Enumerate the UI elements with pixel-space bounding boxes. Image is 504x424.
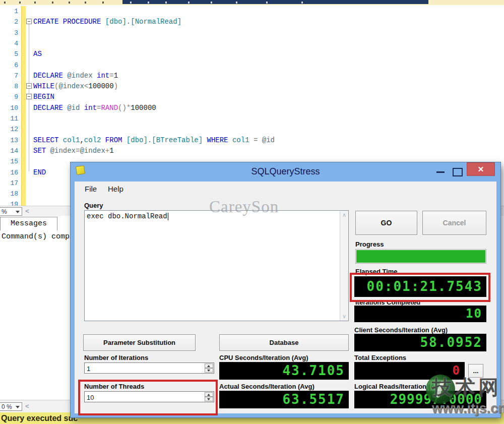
triangle-down-icon <box>207 370 210 372</box>
query-textarea[interactable]: exec dbo.NormalRead ∧ ∨ <box>84 210 349 321</box>
maximize-button[interactable] <box>453 168 463 176</box>
total-exceptions-label: Total Exceptions <box>354 354 406 361</box>
line-number: 14 <box>1 146 18 156</box>
code-line: DECLARE @index int=1 <box>33 71 118 81</box>
line-number: 19 <box>1 199 18 206</box>
line-number: 12 <box>1 124 18 135</box>
progress-fill <box>356 250 485 263</box>
line-number: 15 <box>1 156 18 167</box>
chevron-down-icon <box>16 211 20 213</box>
line-number: 9 <box>1 92 18 102</box>
number-of-iterations-label: Number of Iterations <box>84 354 148 361</box>
line-number: 18 <box>1 189 18 199</box>
annotation-box-elapsed-time <box>350 273 490 302</box>
spin-up-button[interactable] <box>205 364 213 368</box>
status-text: Query executed suc <box>1 414 78 423</box>
cpu-seconds-label: CPU Seconds/Iteration (Avg) <box>219 354 308 361</box>
toolbar-strip-dark-segment <box>122 0 428 4</box>
scroll-up-icon[interactable]: ∧ <box>340 212 348 218</box>
fold-toggle[interactable]: − <box>26 83 32 89</box>
code-line: AS <box>33 49 42 59</box>
editor-zoom-select[interactable]: % <box>0 207 22 216</box>
code-line: END <box>33 167 46 178</box>
toolbar-strip-glyphs <box>4 2 6 4</box>
chevron-down-icon <box>16 406 20 408</box>
tab-messages[interactable]: Messages <box>0 217 57 230</box>
minimize-button[interactable] <box>436 171 445 173</box>
iterations-input[interactable] <box>85 363 204 374</box>
site-watermark: 技术网 www.itjs.cn <box>411 370 504 424</box>
cpu-seconds-display: 43.7105 <box>219 362 349 380</box>
text-caret <box>168 213 168 220</box>
screen: 12345678910111213141516171819 −−− CREATE… <box>0 0 504 424</box>
pane-zoom-value: 0 % <box>2 403 12 410</box>
go-button[interactable]: GO <box>355 211 417 235</box>
careyson-watermark: CareySon <box>209 198 279 216</box>
code-line: SELECT col1,col2 FROM [dbo].[BTreeTable]… <box>33 135 275 146</box>
fold-toggle[interactable]: − <box>26 19 32 24</box>
fold-toggle[interactable]: − <box>26 94 32 99</box>
line-number: 3 <box>1 28 18 38</box>
line-number: 17 <box>1 178 18 189</box>
hscroll-left-arrow-icon[interactable]: < <box>25 208 29 215</box>
client-seconds-display: 58.0952 <box>354 334 486 351</box>
query-text: exec dbo.NormalRead <box>87 212 167 220</box>
close-button[interactable]: ✕ <box>467 162 495 176</box>
menu-file[interactable]: File <box>85 185 97 193</box>
toolbar-strip <box>0 0 504 5</box>
line-number: 7 <box>1 71 18 81</box>
site-watermark-url: www.itjs.cn <box>432 401 504 416</box>
actual-seconds-display: 63.5517 <box>219 391 349 408</box>
editor-zoom-value: % <box>2 208 7 215</box>
query-scrollbar[interactable]: ∧ ∨ <box>340 211 348 321</box>
site-watermark-name: 技术网 <box>432 374 501 401</box>
query-label: Query <box>84 202 103 209</box>
changed-lines-bar <box>21 6 26 206</box>
line-number-gutter: 12345678910111213141516171819 <box>0 5 20 206</box>
menu-help[interactable]: Help <box>108 185 123 193</box>
line-number: 13 <box>1 135 18 146</box>
code-line: SET @index=@index+1 <box>33 146 114 156</box>
annotation-box-number-of-threads <box>78 380 218 415</box>
line-number: 5 <box>1 49 18 59</box>
line-number: 1 <box>1 6 18 17</box>
iterations-completed-display: 10 <box>354 306 486 322</box>
hscroll-left-arrow-icon[interactable]: < <box>25 403 29 410</box>
actual-seconds-label: Actual Seconds/Iteration (Avg) <box>219 383 314 390</box>
cancel-button[interactable]: Cancel <box>422 211 486 235</box>
messages-output-text: Command(s) comple <box>2 232 79 241</box>
line-number: 6 <box>1 60 18 71</box>
code-line: CREATE PROCEDURE [dbo].[NormalRead] <box>33 17 181 27</box>
code-line: DECLARE @id int=RAND()*100000 <box>33 103 156 113</box>
line-number: 4 <box>1 38 18 49</box>
client-seconds-label: Client Seconds/Iteration (Avg) <box>354 326 448 334</box>
line-number: 2 <box>1 17 18 27</box>
line-number: 10 <box>1 103 18 113</box>
scroll-down-icon[interactable]: ∨ <box>340 313 348 320</box>
spin-down-button[interactable] <box>205 368 213 373</box>
line-number: 8 <box>1 81 18 92</box>
parameter-substitution-button[interactable]: Parameter Substitution <box>83 334 196 351</box>
line-number: 11 <box>1 113 18 124</box>
line-number: 16 <box>1 167 18 178</box>
code-line: WHILE(@index<100000) <box>33 81 118 92</box>
iterations-stepper[interactable] <box>84 362 214 374</box>
progress-label: Progress <box>355 240 384 248</box>
pane-zoom-select[interactable]: 0 % <box>0 402 22 411</box>
progress-bar <box>355 249 486 264</box>
title-bar[interactable]: SQLQueryStress ✕ <box>71 162 500 181</box>
triangle-up-icon <box>207 365 210 367</box>
code-line: BEGIN <box>33 92 54 102</box>
database-button[interactable]: Database <box>219 334 349 351</box>
